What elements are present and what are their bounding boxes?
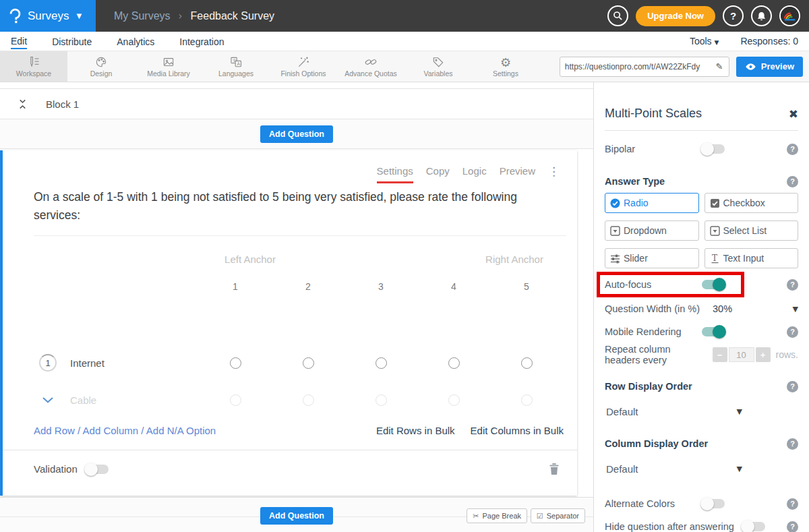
- radio-internet-5[interactable]: [521, 357, 533, 369]
- search-button[interactable]: [607, 5, 628, 26]
- add-question-button-bottom[interactable]: Add Question: [260, 507, 333, 525]
- upgrade-now-button[interactable]: Upgrade Now: [636, 6, 715, 26]
- edit-rows-in-bulk-link[interactable]: Edit Rows in Bulk: [376, 425, 455, 436]
- question-tab-copy[interactable]: Copy: [426, 165, 450, 177]
- radio-internet-1[interactable]: [230, 357, 241, 369]
- answer-type-help-icon[interactable]: ?: [787, 176, 798, 187]
- row-label-internet[interactable]: Internet: [70, 357, 104, 369]
- block-title[interactable]: Block 1: [46, 98, 79, 110]
- bell-icon: [756, 11, 767, 22]
- validation-toggle[interactable]: [86, 465, 109, 474]
- tab-integration[interactable]: Integration: [179, 34, 224, 49]
- row-chevron-down-icon[interactable]: [42, 396, 54, 404]
- stepper-plus-button[interactable]: +: [756, 347, 771, 362]
- hide-question-toggle[interactable]: [742, 522, 765, 531]
- column-display-order-select[interactable]: Default ▼: [605, 461, 744, 477]
- column-header[interactable]: 1: [199, 281, 272, 292]
- answer-type-slider[interactable]: Slider: [605, 248, 699, 268]
- user-avatar[interactable]: [779, 5, 800, 26]
- column-header[interactable]: 5: [490, 281, 563, 292]
- add-na-option-link[interactable]: Add N/A Option: [146, 425, 216, 436]
- hide-question-help-icon[interactable]: ?: [787, 521, 798, 532]
- separator-button[interactable]: ☑ Separator: [531, 508, 585, 523]
- column-header[interactable]: 4: [417, 281, 490, 292]
- column-header[interactable]: 2: [272, 281, 344, 292]
- question-text[interactable]: On a scale of 1-5 with 1 being not satis…: [34, 150, 546, 225]
- text-input-t-icon: T: [710, 254, 720, 264]
- alternate-colors-help-icon[interactable]: ?: [787, 498, 798, 510]
- bipolar-toggle[interactable]: [702, 144, 725, 154]
- breadcrumb-my-surveys[interactable]: My Surveys: [114, 10, 171, 22]
- toolbar-item-workspace[interactable]: Workspace: [0, 51, 67, 82]
- bipolar-row: Bipolar ?: [605, 142, 798, 156]
- column-display-help-icon[interactable]: ?: [787, 438, 798, 450]
- page-break-button[interactable]: ✂ Page Break: [467, 508, 527, 523]
- stepper-minus-button[interactable]: −: [713, 347, 727, 362]
- responses-count[interactable]: Responses: 0: [740, 36, 798, 47]
- preview-label: Preview: [761, 61, 794, 71]
- add-row-link[interactable]: Add Row: [34, 425, 75, 436]
- help-button[interactable]: ?: [723, 5, 744, 26]
- gear-icon: ⚙: [500, 55, 511, 69]
- question-tab-preview[interactable]: Preview: [500, 165, 535, 177]
- autofocus-toggle[interactable]: [702, 280, 725, 289]
- answer-type-checkbox[interactable]: Checkbox: [705, 193, 799, 213]
- answer-type-select-list[interactable]: Select List: [705, 220, 799, 241]
- mobile-rendering-toggle[interactable]: [702, 327, 725, 336]
- toolbar-item-advance-quotas[interactable]: Advance Quotas: [337, 51, 404, 82]
- bipolar-help-icon[interactable]: ?: [787, 144, 798, 155]
- add-column-link[interactable]: Add Column: [83, 425, 139, 436]
- radio-cable-5[interactable]: [521, 394, 533, 406]
- question-more-menu-icon[interactable]: ⋮: [548, 167, 560, 176]
- left-anchor-label[interactable]: Left Anchor: [214, 254, 287, 265]
- tab-distribute[interactable]: Distribute: [52, 34, 92, 49]
- toolbar-item-design[interactable]: Design: [67, 51, 135, 82]
- row-label-cable[interactable]: Cable: [70, 394, 96, 406]
- question-tab-settings[interactable]: Settings: [377, 165, 413, 183]
- nav-right: Tools ▼ Responses: 0: [690, 36, 798, 47]
- tab-edit[interactable]: Edit: [11, 34, 27, 49]
- collapse-block-icon[interactable]: [18, 98, 28, 110]
- translate-icon: 文A: [229, 55, 243, 69]
- right-anchor-label[interactable]: Right Anchor: [478, 254, 551, 265]
- tools-caret-icon: ▼: [714, 39, 719, 46]
- question-width-caret-icon[interactable]: ▼: [793, 305, 798, 314]
- question-tab-logic[interactable]: Logic: [462, 165, 487, 177]
- toolbar-item-media-library[interactable]: Media Library: [135, 51, 202, 82]
- toolbar-item-languages[interactable]: 文A Languages: [202, 51, 270, 82]
- add-question-button-top[interactable]: Add Question: [260, 125, 333, 143]
- edit-url-pencil-icon[interactable]: ✎: [710, 61, 729, 71]
- tools-menu[interactable]: Tools ▼: [690, 36, 719, 47]
- radio-cable-3[interactable]: [376, 394, 387, 406]
- autofocus-help-icon[interactable]: ?: [787, 279, 798, 291]
- radio-internet-4[interactable]: [448, 357, 460, 369]
- answer-type-dropdown[interactable]: Dropdown: [605, 220, 699, 241]
- mobile-rendering-help-icon[interactable]: ?: [787, 326, 798, 338]
- repeat-headers-input[interactable]: [729, 347, 754, 362]
- radio-internet-2[interactable]: [303, 357, 314, 369]
- edit-columns-in-bulk-link[interactable]: Edit Columns in Bulk: [471, 425, 564, 436]
- row-display-help-icon[interactable]: ?: [787, 381, 798, 392]
- question-width-row: Question Width (in %) 30% ▼: [605, 302, 798, 316]
- product-switcher[interactable]: Surveys ▼: [0, 0, 96, 32]
- tab-analytics[interactable]: Analytics: [117, 34, 154, 49]
- delete-question-trash-icon[interactable]: [549, 463, 560, 475]
- row-display-order-select[interactable]: Default ▼: [605, 403, 744, 420]
- notifications-button[interactable]: [751, 5, 772, 26]
- toolbar-item-finish-options[interactable]: Finish Options: [270, 51, 337, 82]
- radio-cable-4[interactable]: [448, 394, 460, 406]
- survey-url-input[interactable]: [560, 62, 710, 71]
- alternate-colors-toggle[interactable]: [702, 499, 725, 508]
- close-panel-icon[interactable]: ✖: [789, 107, 798, 121]
- preview-button[interactable]: Preview: [736, 57, 803, 77]
- answer-type-text-input[interactable]: T Text Input: [705, 248, 799, 268]
- radio-cable-2[interactable]: [303, 394, 314, 406]
- column-header[interactable]: 3: [344, 281, 417, 292]
- answer-type-radio[interactable]: Radio: [605, 193, 699, 213]
- radio-internet-3[interactable]: [376, 357, 387, 369]
- question-width-value[interactable]: 30%: [713, 303, 732, 314]
- radio-cable-1[interactable]: [230, 394, 241, 406]
- row-number-badge[interactable]: 1: [39, 354, 57, 372]
- toolbar-item-settings[interactable]: ⚙ Settings: [472, 51, 539, 82]
- toolbar-item-variables[interactable]: Variables: [404, 51, 472, 82]
